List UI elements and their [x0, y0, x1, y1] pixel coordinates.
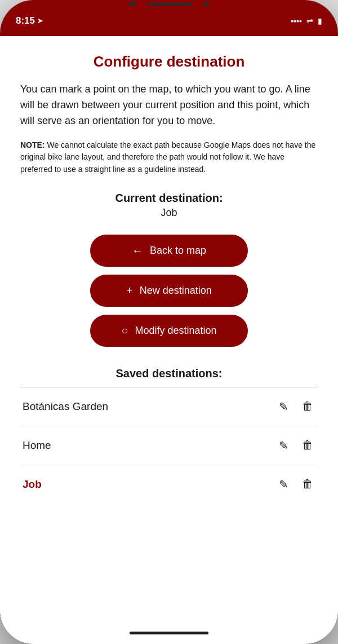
- destination-list: Botánicas Garden ✎ 🗑 Home ✎ 🗑: [20, 387, 318, 504]
- page-title: Configure destination: [20, 53, 318, 70]
- edit-button-0[interactable]: ✎: [277, 398, 291, 416]
- home-indicator: [0, 621, 338, 644]
- status-icons: ▪▪▪▪ ⇌ ▮: [291, 16, 322, 25]
- delete-button-2[interactable]: 🗑: [300, 475, 315, 493]
- item-actions: ✎ 🗑: [277, 475, 315, 493]
- destination-name: Home: [23, 439, 277, 452]
- phone-frame: 8:15 ➤ ▪▪▪▪ ⇌ ▮ Configure destination Yo…: [0, 0, 338, 644]
- saved-destinations-title: Saved destinations:: [20, 367, 318, 380]
- location-icon: ➤: [37, 17, 43, 25]
- plus-icon: +: [126, 285, 133, 296]
- destination-name: Botánicas Garden: [23, 400, 277, 413]
- edit-button-2[interactable]: ✎: [277, 475, 291, 493]
- home-bar: [130, 632, 208, 634]
- saved-destinations-section: Saved destinations: Botánicas Garden ✎ 🗑…: [20, 367, 318, 504]
- description-main: You can mark a point on the map, to whic…: [20, 82, 318, 129]
- content-area: Configure destination You can mark a poi…: [0, 36, 338, 621]
- delete-button-0[interactable]: 🗑: [300, 398, 315, 415]
- wifi-icon: ▪▪▪▪: [291, 16, 302, 25]
- current-destination-section: Current destination: Job: [20, 192, 318, 219]
- item-actions: ✎ 🗑: [277, 398, 315, 416]
- note-paragraph: NOTE: We cannot calculate the exact path…: [20, 139, 318, 176]
- list-item: Botánicas Garden ✎ 🗑: [20, 387, 318, 426]
- list-item: Home ✎ 🗑: [20, 426, 318, 465]
- list-item: Job ✎ 🗑: [20, 465, 318, 504]
- hardware-top: [0, 0, 338, 6]
- back-to-map-button[interactable]: ← Back to map: [90, 235, 248, 267]
- back-to-map-label: Back to map: [150, 245, 206, 257]
- current-destination-label: Current destination:: [20, 192, 318, 205]
- modify-destination-button[interactable]: ○ Modify destination: [90, 315, 248, 347]
- note-label: NOTE:: [20, 140, 45, 149]
- new-destination-label: New destination: [140, 285, 212, 297]
- item-actions: ✎ 🗑: [277, 436, 315, 455]
- delete-button-1[interactable]: 🗑: [300, 436, 315, 454]
- current-destination-value: Job: [20, 207, 318, 219]
- destination-name-active: Job: [23, 478, 277, 491]
- modify-destination-label: Modify destination: [135, 325, 217, 337]
- signal-icon: ⇌: [306, 16, 313, 25]
- new-destination-button[interactable]: + New destination: [90, 275, 248, 307]
- time-text: 8:15: [16, 15, 35, 27]
- back-arrow-icon: ←: [132, 245, 143, 256]
- status-time: 8:15 ➤: [16, 15, 43, 27]
- status-bar: 8:15 ➤ ▪▪▪▪ ⇌ ▮: [0, 6, 338, 36]
- battery-icon: ▮: [318, 16, 322, 25]
- note-body: We cannot calculate the exact path becau…: [20, 140, 315, 174]
- phone-screen: 8:15 ➤ ▪▪▪▪ ⇌ ▮ Configure destination Yo…: [0, 0, 338, 644]
- buttons-section: ← Back to map + New destination ○ Modify…: [20, 235, 318, 347]
- location-pin-icon: ○: [121, 325, 128, 336]
- edit-button-1[interactable]: ✎: [277, 436, 291, 455]
